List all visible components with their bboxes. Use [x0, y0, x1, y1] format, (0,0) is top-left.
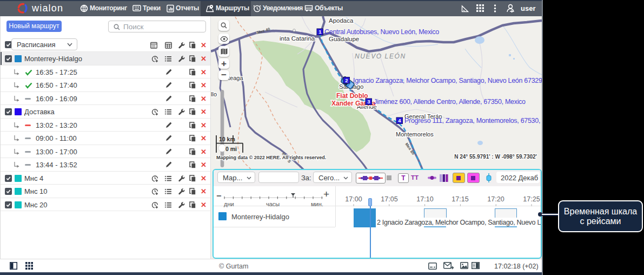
- svg-text:Montemorelos: Montemorelos: [396, 131, 434, 138]
- svg-text:4: 4: [398, 117, 401, 123]
- svg-text:N 24° 55.9791' : W -098° 59.73: N 24° 55.9791' : W -098° 59.7302': [454, 154, 537, 160]
- svg-text:Jiménez 600, Allende Centro, A: Jiménez 600, Allende Centro, Allende, 67…: [374, 98, 526, 106]
- svg-text:Progreso 111, Zaragoza, Montem: Progreso 111, Zaragoza, Montemorelos, 67…: [404, 117, 542, 125]
- svg-text:1: 1: [318, 29, 322, 35]
- svg-text:3: 3: [367, 99, 370, 104]
- svg-text:0 mi: 0 mi: [225, 146, 237, 152]
- svg-text:llo: llo: [211, 91, 217, 97]
- svg-text:10 km: 10 km: [219, 136, 235, 142]
- svg-text:inta Catarina: inta Catarina: [280, 35, 315, 42]
- svg-text:NUEVO LEÓN: NUEVO LEÓN: [355, 52, 406, 60]
- svg-text:Ignacio Zaragoza, Melchor Ocam: Ignacio Zaragoza, Melchor Ocampo, Santia…: [353, 77, 542, 84]
- svg-text:Fiat Doblo: Fiat Doblo: [336, 92, 368, 100]
- svg-text:Central Autobuses, Nuevo León,: Central Autobuses, Nuevo León, Mexico: [324, 28, 439, 36]
- svg-text:Mapping data © 2022 HERE. All: Mapping data © 2022 HERE. All rights res…: [216, 155, 326, 160]
- svg-text:Apodaca: Apodaca: [329, 17, 354, 24]
- svg-text:Guadalupe: Guadalupe: [329, 36, 359, 42]
- svg-text:2: 2: [345, 77, 348, 83]
- svg-text:teaga: teaga: [228, 75, 243, 81]
